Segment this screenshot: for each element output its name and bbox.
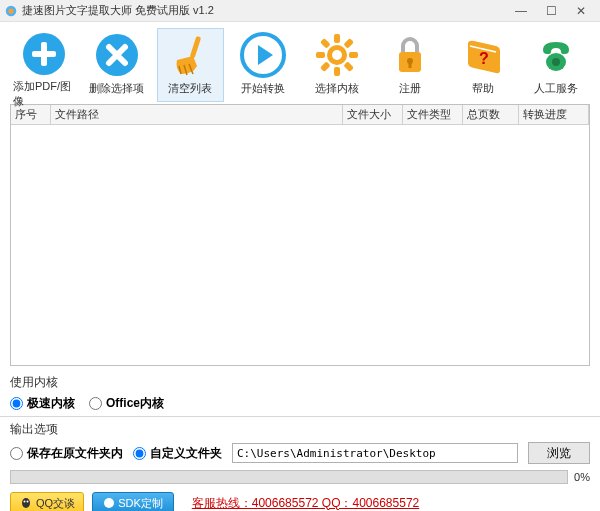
- svg-point-27: [104, 498, 114, 508]
- svg-text:?: ?: [479, 50, 489, 67]
- toolbar-label: 清空列表: [168, 81, 212, 96]
- qq-chat-button[interactable]: QQ交谈: [10, 492, 84, 511]
- col-size[interactable]: 文件大小: [343, 105, 403, 124]
- toolbar-label: 选择内核: [315, 81, 359, 96]
- kernel-office-radio[interactable]: Office内核: [89, 395, 164, 412]
- clear-list-button[interactable]: 清空列表: [157, 28, 224, 102]
- window-title: 捷速图片文字提取大师 免费试用版 v1.2: [22, 3, 506, 18]
- svg-rect-9: [334, 34, 340, 43]
- start-convert-button[interactable]: 开始转换: [230, 28, 297, 102]
- kernel-fast-radio[interactable]: 极速内核: [10, 395, 75, 412]
- custom-folder-radio[interactable]: 自定义文件夹: [133, 445, 222, 462]
- kernel-options: 极速内核 Office内核: [0, 393, 600, 417]
- svg-point-23: [552, 58, 560, 66]
- gear-icon: [314, 32, 360, 78]
- broom-icon: [167, 32, 213, 78]
- svg-rect-6: [190, 36, 202, 58]
- svg-rect-16: [343, 61, 354, 72]
- x-icon: [94, 32, 140, 78]
- svg-rect-12: [349, 52, 358, 58]
- customer-service-button[interactable]: 人工服务: [523, 28, 590, 102]
- svg-point-1: [8, 8, 13, 13]
- sdk-label: SDK定制: [118, 496, 163, 511]
- svg-point-26: [27, 501, 29, 503]
- qq-icon: [19, 496, 33, 510]
- play-icon: [240, 32, 286, 78]
- window-controls: — ☐ ✕: [506, 1, 596, 21]
- titlebar: 捷速图片文字提取大师 免费试用版 v1.2 — ☐ ✕: [0, 0, 600, 22]
- hotline-link[interactable]: 客服热线：4006685572 QQ：4006685572: [192, 495, 419, 512]
- toolbar-label: 帮助: [472, 81, 494, 96]
- radio-label: 保存在原文件夹内: [27, 445, 123, 462]
- col-sn[interactable]: 序号: [11, 105, 51, 124]
- phone-icon: [533, 32, 579, 78]
- sdk-icon: [103, 497, 115, 509]
- svg-rect-15: [320, 38, 331, 49]
- progress-percent: 0%: [574, 471, 590, 483]
- output-options: 保存在原文件夹内 自定义文件夹 浏览: [0, 440, 600, 468]
- file-table: 序号 文件路径 文件大小 文件类型 总页数 转换进度: [10, 104, 590, 366]
- radio-label: Office内核: [106, 395, 164, 412]
- add-pdf-image-button[interactable]: 添加PDF/图像: [10, 28, 77, 102]
- toolbar-label: 人工服务: [534, 81, 578, 96]
- toolbar-label: 开始转换: [241, 81, 285, 96]
- radio-label: 自定义文件夹: [150, 445, 222, 462]
- browse-button[interactable]: 浏览: [528, 442, 590, 464]
- svg-point-17: [332, 50, 342, 60]
- output-path-input[interactable]: [232, 443, 518, 463]
- svg-rect-4: [32, 51, 56, 57]
- svg-point-24: [22, 498, 30, 508]
- toolbar-label: 注册: [399, 81, 421, 96]
- kernel-section-label: 使用内核: [0, 372, 600, 393]
- plus-icon: [21, 31, 67, 77]
- toolbar-label: 删除选择项: [89, 81, 144, 96]
- register-button[interactable]: 注册: [376, 28, 443, 102]
- progress-bar: [10, 470, 568, 484]
- progress-row: 0%: [0, 468, 600, 486]
- table-header: 序号 文件路径 文件大小 文件类型 总页数 转换进度: [11, 105, 589, 125]
- close-button[interactable]: ✕: [566, 1, 596, 21]
- output-section-label: 输出选项: [0, 419, 600, 440]
- help-button[interactable]: ? 帮助: [450, 28, 517, 102]
- col-pages[interactable]: 总页数: [463, 105, 519, 124]
- save-original-radio[interactable]: 保存在原文件夹内: [10, 445, 123, 462]
- radio-label: 极速内核: [27, 395, 75, 412]
- sdk-custom-button[interactable]: SDK定制: [92, 492, 174, 511]
- help-book-icon: ?: [460, 32, 506, 78]
- toolbar: 添加PDF/图像 删除选择项 清空列表 开始转换 选择内核 注册 ? 帮助 人工…: [0, 22, 600, 102]
- svg-point-25: [24, 501, 26, 503]
- col-prog[interactable]: 转换进度: [519, 105, 589, 124]
- svg-rect-13: [343, 38, 354, 49]
- col-path[interactable]: 文件路径: [51, 105, 343, 124]
- qq-label: QQ交谈: [36, 496, 75, 511]
- select-kernel-button[interactable]: 选择内核: [303, 28, 370, 102]
- delete-selected-button[interactable]: 删除选择项: [83, 28, 150, 102]
- svg-rect-10: [334, 67, 340, 76]
- maximize-button[interactable]: ☐: [536, 1, 566, 21]
- svg-rect-14: [320, 61, 331, 72]
- minimize-button[interactable]: —: [506, 1, 536, 21]
- lock-icon: [387, 32, 433, 78]
- footer: QQ交谈 SDK定制 客服热线：4006685572 QQ：4006685572: [0, 486, 600, 511]
- col-type[interactable]: 文件类型: [403, 105, 463, 124]
- svg-rect-11: [316, 52, 325, 58]
- svg-rect-20: [408, 62, 411, 68]
- app-icon: [4, 4, 18, 18]
